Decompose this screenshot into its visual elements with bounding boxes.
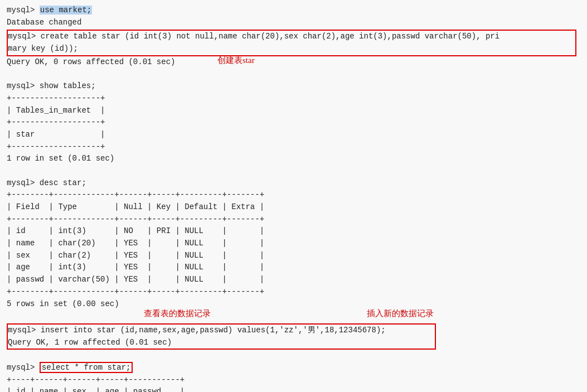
- line-4: mary key (id));: [8, 43, 575, 55]
- line-11: | star |: [7, 129, 580, 141]
- line-31: +----+------+------+-----+-----------+: [7, 374, 580, 386]
- line-18: +--------+-------------+------+-----+---…: [7, 214, 580, 226]
- select-cmd-highlight: select * from star;: [40, 362, 133, 373]
- line-17: | Field | Type | Null | Key | Default | …: [7, 201, 580, 214]
- prompt-1: mysql>: [7, 6, 40, 14]
- line-14: [7, 165, 580, 177]
- line-22: | age | int(3) | YES | | NULL | |: [7, 262, 580, 274]
- line-1: mysql> use market;: [7, 4, 580, 17]
- line-12: +-------------------+: [7, 141, 580, 153]
- line-23: | passwd | varchar(50) | YES | | NULL | …: [7, 274, 580, 286]
- line-19: | id | int(3) | NO | PRI | NULL | |: [7, 225, 580, 238]
- line-9: | Tables_in_market |: [7, 105, 580, 117]
- line-27: mysql> insert into star (id,name,sex,age…: [8, 325, 435, 337]
- line-32: | id | name | sex | age | passwd |: [7, 386, 580, 392]
- line-26: [7, 310, 580, 322]
- line-8: +-------------------+: [7, 93, 580, 105]
- line-15: mysql> desc star;: [7, 177, 580, 190]
- line-2: Database changed: [7, 17, 580, 29]
- db-changed: Database changed: [7, 18, 81, 27]
- line-3: mysql> create table star (id int(3) not …: [8, 31, 575, 43]
- line-10: +-------------------+: [7, 117, 580, 129]
- line-29: [7, 350, 580, 362]
- cmd-use: use market;: [40, 6, 92, 14]
- line-24: +--------+-------------+------+-----+---…: [7, 286, 580, 298]
- line-6: [7, 68, 580, 80]
- line-21: | sex | char(2) | YES | | NULL | |: [7, 250, 580, 262]
- line-7: mysql> show tables;: [7, 80, 580, 93]
- line-13: 1 row in set (0.01 sec): [7, 153, 580, 165]
- line-25: 5 rows in set (0.00 sec): [7, 298, 580, 311]
- line-28: Query OK, 1 row affected (0.01 sec): [8, 337, 435, 349]
- line-20: | name | char(20) | YES | | NULL | |: [7, 238, 580, 250]
- terminal-window: mysql> use market; Database changed mysq…: [0, 0, 587, 392]
- line-30: mysql> select * from star;: [7, 362, 580, 374]
- line-16: +--------+-------------+------+-----+---…: [7, 189, 580, 201]
- line-5: Query OK, 0 rows affected (0.01 sec): [7, 56, 580, 69]
